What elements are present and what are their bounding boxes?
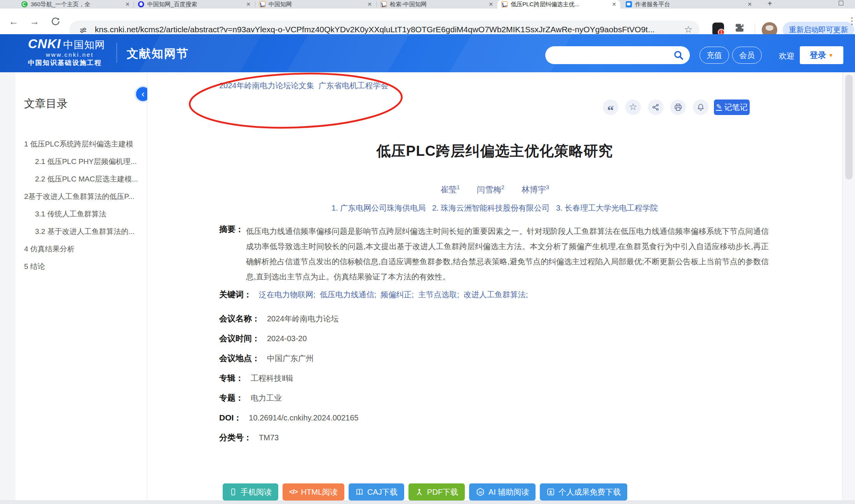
author-list: 崔莹1 闫雪梅2 林博宇3: [147, 184, 842, 195]
bookmark-star-icon[interactable]: ☆: [684, 24, 693, 35]
favorite-button[interactable]: ☆: [625, 99, 641, 115]
header-divider: [117, 43, 117, 63]
article-abstract-panel: 2024年岭南电力论坛论文集 广东省电机工程学会 “ ☆: [147, 72, 842, 504]
cnki-logo[interactable]: CNKI中国知网 www.cnki.net 中国知识基础设施工程: [28, 37, 105, 68]
header-stripe: [273, 34, 418, 72]
browser-tab[interactable]: 中国知网_百度搜索 ✕: [134, 0, 255, 9]
abstract-label: 摘要：: [219, 224, 244, 235]
meta-row-subject: 专题：电力工业: [219, 392, 282, 403]
browser-tab-active[interactable]: 低压PLC跨层纠偏选主优... ✕: [497, 0, 620, 9]
logo-latin: CNKI: [28, 37, 61, 51]
reload-icon: [51, 16, 61, 26]
author-link[interactable]: 崔莹1: [440, 184, 460, 195]
take-note-button[interactable]: ✎ 记笔记: [714, 99, 750, 115]
share-icon: [651, 103, 660, 112]
member-button[interactable]: 会员: [732, 47, 762, 64]
affiliations: 1. 广东电网公司珠海供电局 2. 珠海云洲智能科技股份有限公司 3. 长春理工…: [147, 203, 842, 213]
print-button[interactable]: [670, 99, 686, 115]
scrollbar-thumb[interactable]: [845, 75, 853, 180]
toc-item[interactable]: 2基于改进人工鱼群算法的低压P...: [24, 192, 134, 202]
article-action-row: “ ☆: [603, 99, 708, 115]
code-icon: </>: [289, 488, 298, 496]
menu-kebab-icon[interactable]: ⋮: [847, 16, 855, 26]
logo-subtitle: 中国知识基础设施工程: [28, 58, 105, 68]
page-title: 文献知网节: [127, 46, 189, 62]
book-icon: [355, 488, 364, 496]
tab-close-icon[interactable]: ✕: [612, 1, 616, 7]
keywords-row: 关键词：泛在电力物联网; 低压电力线通信; 频偏纠正; 主节点选取; 改进人工鱼…: [219, 289, 528, 300]
toc-title: 文章目录: [24, 96, 68, 111]
extensions-puzzle-icon[interactable]: [734, 22, 745, 34]
pdf-person-icon: [415, 488, 424, 496]
meta-row-classification: 分类号：TM73: [219, 432, 279, 443]
toc-item[interactable]: 4 仿真结果分析: [24, 244, 75, 254]
toc-item[interactable]: 5 结论: [24, 262, 45, 272]
reload-button[interactable]: [48, 14, 63, 29]
search-input[interactable]: [553, 49, 671, 62]
toc-item[interactable]: 2.1 低压PLC PHY层频偏机理...: [35, 157, 137, 167]
keywords-label: 关键词：: [219, 290, 252, 299]
login-button[interactable]: 登录 ▼: [800, 46, 843, 64]
printer-icon: [674, 103, 682, 112]
tab-label: 中国知网_百度搜索: [147, 1, 243, 8]
pencil-icon: ✎: [716, 104, 722, 111]
browser-tab[interactable]: 中国知网 ✕: [255, 0, 376, 9]
keyword-links[interactable]: 泛在电力物联网; 低压电力线通信; 频偏纠正; 主节点选取; 改进人工鱼群算法;: [259, 290, 528, 299]
back-button[interactable]: ←: [6, 14, 21, 29]
chevron-down-icon: ▼: [829, 52, 834, 58]
forward-button[interactable]: →: [27, 14, 42, 29]
star-icon: ☆: [629, 101, 637, 112]
site-settings-icon[interactable]: [79, 26, 88, 35]
proceedings-source-link[interactable]: 2024年岭南电力论坛论文集 广东省电机工程学会: [219, 80, 389, 91]
browser-toolbar: ← → kns.cnki.net/kcms2/article/abstract?…: [0, 9, 855, 34]
url-text[interactable]: kns.cnki.net/kcms2/article/abstract?v=n9…: [95, 25, 670, 34]
quote-icon: “: [607, 108, 614, 112]
search-icon[interactable]: [673, 49, 684, 61]
ai-assist-read-button[interactable]: AI AI 辅助阅读: [469, 483, 536, 501]
tab-close-icon[interactable]: ✕: [367, 1, 372, 7]
abstract-text: 低压电力线通信频率偏移问题是影响节点跨层纠偏选主时间长短的重要因素之一。针对现阶…: [246, 224, 769, 284]
note-label: 记笔记: [724, 102, 748, 113]
tab-close-icon[interactable]: ✕: [747, 1, 752, 7]
baidu-icon: [138, 1, 144, 7]
author-link[interactable]: 闫雪梅2: [477, 184, 504, 195]
logo-url: www.cnki.net: [46, 51, 105, 58]
browser-tab[interactable]: 360导航_一个主页，全 ✕: [17, 0, 134, 9]
tab-label: 360导航_一个主页，全: [31, 1, 122, 8]
tab-close-icon[interactable]: ✕: [489, 1, 493, 7]
toc-item[interactable]: 2.2 低压PLC MAC层选主建模...: [35, 174, 138, 184]
download-bar: 手机阅读 </> HTML阅读 CAJ下载 PDF下载: [223, 483, 627, 501]
toc-item[interactable]: 3.2 基于改进人工鱼群算法的...: [35, 227, 135, 237]
toc-item[interactable]: 3.1 传统人工鱼群算法: [35, 209, 106, 219]
browser-window: 360导航_一个主页，全 ✕ 中国知网_百度搜索 ✕ 中国知网 ✕ 检索-中国知…: [0, 0, 855, 504]
meta-row-conference-date: 会议时间：2024-03-20: [219, 333, 307, 344]
scrollbar-track[interactable]: [842, 72, 855, 504]
cite-button[interactable]: “: [603, 99, 618, 115]
tab-label: 中国知网: [269, 1, 364, 8]
author-link[interactable]: 林博宇3: [522, 184, 549, 195]
browser-tab[interactable]: 作者服务平台 ✕: [622, 0, 756, 9]
header-search-box[interactable]: [545, 46, 690, 64]
alert-button[interactable]: [693, 99, 708, 115]
tab-strip: 360导航_一个主页，全 ✕ 中国知网_百度搜索 ✕ 中国知网 ✕ 检索-中国知…: [0, 0, 855, 9]
meta-row-conference-place: 会议地点：中国广东广州: [219, 353, 314, 364]
personal-free-download-button[interactable]: 个人成果免费下载: [540, 483, 627, 501]
window-control-icon[interactable]: [839, 1, 843, 5]
tab-close-icon[interactable]: ✕: [246, 1, 251, 7]
bell-icon: [696, 103, 705, 112]
page-gutter: [0, 72, 16, 504]
recharge-button[interactable]: 充值: [700, 47, 729, 64]
browser-tab[interactable]: 检索-中国知网 ✕: [377, 0, 497, 9]
extension-icon[interactable]: 1: [712, 23, 724, 34]
meta-row-series: 专辑：工程科技Ⅱ辑: [219, 373, 293, 384]
pdf-download-button[interactable]: PDF下载: [408, 483, 465, 501]
phone-icon: [229, 488, 237, 496]
share-button[interactable]: [648, 99, 663, 115]
toc-item[interactable]: 1 低压PLC系统跨层纠偏选主建模: [24, 139, 133, 149]
html-read-button[interactable]: </> HTML阅读: [283, 483, 344, 501]
mobile-read-button[interactable]: 手机阅读: [223, 483, 278, 501]
caj-download-button[interactable]: CAJ下载: [349, 483, 404, 501]
new-tab-button[interactable]: +: [768, 0, 772, 8]
tab-close-icon[interactable]: ✕: [125, 1, 130, 7]
cnki-icon: [501, 1, 508, 7]
